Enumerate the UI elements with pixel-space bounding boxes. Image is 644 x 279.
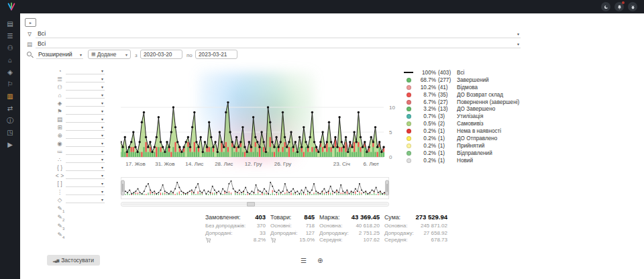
- chart-scrollbar[interactable]: [121, 202, 389, 207]
- pencil-icon[interactable]: ✎4: [56, 231, 66, 239]
- campaigns-icon[interactable]: ⚐: [4, 80, 16, 89]
- filter-select[interactable]: ▾: [66, 148, 105, 155]
- filter-select[interactable]: ▾: [66, 196, 105, 203]
- apps-icon[interactable]: ◳: [4, 128, 16, 137]
- legend-item[interactable]: 6.7%(27)Повернення (завершені): [404, 99, 523, 106]
- legend-item[interactable]: 68.7%(277)Завершений: [404, 76, 523, 84]
- stat-label: Замовлення:: [205, 214, 241, 221]
- scrollbar-thumb[interactable]: [122, 203, 388, 205]
- filter-select[interactable]: ▾: [66, 115, 105, 123]
- theme-moon-icon[interactable]: [601, 2, 610, 11]
- filter-select[interactable]: ▾: [66, 188, 105, 195]
- legend-count: (1): [438, 135, 457, 142]
- notifications-bell-icon[interactable]: [614, 2, 624, 11]
- date-to-input[interactable]: 2023-03-21: [195, 50, 237, 59]
- legend-swatch: [407, 85, 411, 90]
- products-icon[interactable]: ◈: [4, 68, 16, 76]
- home-icon[interactable]: ⌂: [4, 56, 16, 64]
- legend-item[interactable]: 0.2%(1)Новий: [404, 157, 523, 164]
- pencil-icon[interactable]: ✎3: [56, 223, 66, 231]
- support-bug-icon[interactable]: [628, 2, 637, 11]
- filter-select[interactable]: ▾: [66, 172, 105, 179]
- legend-item[interactable]: 10.2%(41)Відмова: [404, 84, 523, 91]
- video-icon[interactable]: ▶: [4, 140, 16, 149]
- filter-select[interactable]: ▾: [66, 83, 105, 91]
- topbar-icons: [601, 2, 637, 11]
- filter-select[interactable]: ▾: [66, 123, 105, 131]
- notification-badge: [622, 1, 625, 4]
- apply-button[interactable]: ▂▄▆ Застосувати: [47, 255, 100, 266]
- chevron-down-icon: ▾: [80, 52, 82, 57]
- legend-percent: 10.2%: [416, 85, 436, 91]
- legend-item[interactable]: 0.7%(3)Утилізація: [404, 113, 523, 120]
- svg-text:31. Жов: 31. Жов: [155, 161, 174, 167]
- app-logo-icon[interactable]: [7, 2, 16, 11]
- filter-row-icon: ◈: [55, 100, 64, 107]
- legend-count: (277): [438, 77, 457, 83]
- legend-label: ДО Возврат склад: [457, 92, 523, 98]
- scrollbar-grip[interactable]: [247, 202, 255, 207]
- filter-select[interactable]: ▾: [66, 164, 105, 171]
- legend-swatch: [407, 78, 411, 82]
- legend-item[interactable]: 0.2%(1)Прийнятий: [404, 142, 523, 150]
- type-filter-select[interactable]: Всі ▾: [36, 40, 521, 48]
- globe-icon[interactable]: ⊕: [317, 257, 323, 264]
- main-chart[interactable]: 051017. Жов31. Жов14. Лис28. Лис12. Гру2…: [121, 64, 397, 177]
- search-mode-select[interactable]: Розширений ▾: [36, 50, 83, 59]
- date-field-select[interactable]: ▦ Додане ▾: [88, 50, 131, 59]
- legend-item[interactable]: 100%(403)Всі: [404, 69, 523, 76]
- legend-percent: 3.2%: [416, 106, 436, 112]
- chevron-down-icon: ▾: [101, 76, 103, 81]
- filter-select[interactable]: ▾: [66, 107, 105, 115]
- legend-item[interactable]: 3.2%(13)ДО Завершено: [404, 105, 523, 113]
- legend-count: (1): [438, 128, 457, 134]
- dashboard-icon[interactable]: ▤: [4, 19, 16, 28]
- mini-navigator-chart[interactable]: [121, 177, 389, 200]
- filter-select[interactable]: ▾: [66, 99, 105, 107]
- orders-icon[interactable]: ☰: [4, 32, 16, 40]
- cart-icon: [205, 237, 211, 244]
- topbar: [0, 0, 644, 13]
- presentation-screen-icon[interactable]: ▸: [25, 18, 36, 27]
- stat-subrow: Допродані:33: [205, 230, 266, 237]
- info-icon[interactable]: ⓘ: [4, 116, 16, 125]
- filter-row-icon: ⌂: [55, 92, 64, 99]
- pencil-icon[interactable]: ✎2: [56, 214, 66, 222]
- status-filter-select[interactable]: Всі ▾: [36, 30, 521, 38]
- list-view-icon[interactable]: ☰: [301, 257, 307, 264]
- chevron-down-icon: ▾: [125, 52, 127, 57]
- legend-item[interactable]: 0.5%(2)Самовивіз: [404, 120, 523, 127]
- filter-select[interactable]: ▾: [66, 180, 105, 187]
- legend-swatch: [407, 93, 411, 97]
- filter-select[interactable]: ▾: [66, 75, 105, 82]
- filter-select[interactable]: ▾: [66, 140, 105, 147]
- legend-label: Відправлений: [457, 150, 523, 156]
- filter-row-icon: ◉: [55, 140, 64, 147]
- date-from-input[interactable]: 2020-03-20: [140, 50, 182, 59]
- pencil-icon[interactable]: ✎1: [56, 205, 66, 213]
- legend-swatch: [407, 114, 411, 119]
- analytics-icon[interactable]: ▥: [4, 92, 16, 101]
- search-icon[interactable]: [27, 52, 32, 56]
- legend-swatch: [407, 136, 411, 141]
- screen: ▤☰⚇⌂◈⚐▥⇄ⓘ◳▶ ▸ ∇ Всі ▾ ▤ Всі ▾ Розширений…: [0, 0, 644, 279]
- legend-item[interactable]: 0.2%(1)Нема в наявності: [404, 127, 523, 135]
- legend-count: (27): [438, 99, 457, 105]
- filter-select[interactable]: ▾: [66, 91, 105, 99]
- legend-item[interactable]: 0.2%(1)ДО Отправлено: [404, 135, 523, 142]
- legend-label: Самовивіз: [457, 121, 523, 127]
- legend-item[interactable]: 8.7%(35)ДО Возврат склад: [404, 91, 523, 99]
- stat-value: 43 369.45: [352, 213, 380, 221]
- customers-icon[interactable]: ⚇: [4, 44, 16, 52]
- legend-percent: 8.7%: [416, 92, 436, 98]
- filter-select[interactable]: ▾: [66, 67, 105, 74]
- filter-select[interactable]: ▾: [66, 131, 105, 139]
- stat-subrow: Без допродажів:370: [205, 223, 266, 230]
- integrations-icon[interactable]: ⇄: [4, 104, 16, 113]
- filter-row-icon: ☰: [55, 76, 64, 82]
- legend-item[interactable]: 0.2%(1)Відправлений: [404, 150, 523, 157]
- chevron-down-icon: ▾: [101, 117, 103, 121]
- chevron-down-icon: ▾: [101, 149, 103, 154]
- search-mode-value: Розширений: [38, 51, 72, 58]
- filter-select[interactable]: ▾: [66, 156, 105, 163]
